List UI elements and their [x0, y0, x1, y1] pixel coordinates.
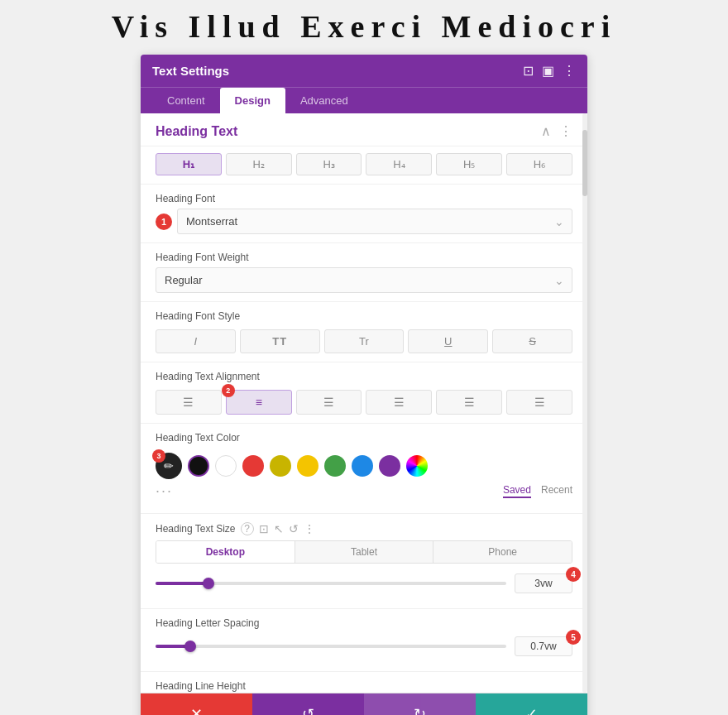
style-underline[interactable]: U: [408, 329, 488, 353]
h5-button[interactable]: H₅: [436, 153, 502, 175]
h2-button[interactable]: H₂: [226, 153, 292, 175]
align-center[interactable]: ≡ 2: [226, 390, 292, 415]
heading-font-style-group: Heading Font Style I TT Tr U S: [141, 304, 587, 360]
align-buttons: ☰ ≡ 2 ☰ ☰ ☰ ☰: [156, 386, 572, 415]
resp-tab-phone[interactable]: Phone: [433, 541, 572, 563]
style-strikethrough[interactable]: S: [492, 329, 572, 353]
heading-font-select-wrap: 1 Montserrat Arial Georgia ⌄: [156, 209, 572, 234]
color-purple[interactable]: [379, 455, 400, 477]
letter-spacing-slider-row: 5: [156, 633, 572, 663]
save-button[interactable]: ✓: [476, 693, 587, 715]
style-capitalize[interactable]: Tr: [324, 329, 405, 353]
heading-font-group: Heading Font 1 Montserrat Arial Georgia …: [141, 186, 587, 241]
text-size-slider-track[interactable]: [156, 582, 506, 585]
align-right2[interactable]: ☰: [506, 390, 572, 415]
badge-5: 5: [566, 630, 581, 645]
collapse-icon[interactable]: ∧: [541, 123, 551, 139]
letter-spacing-value-wrap: 5: [515, 636, 572, 656]
heading-text-alignment-group: Heading Text Alignment ☰ ≡ 2 ☰ ☰ ☰ ☰: [141, 364, 587, 421]
size-cursor-icon[interactable]: ↖: [274, 522, 284, 535]
recent-tab[interactable]: Recent: [541, 484, 572, 498]
h4-button[interactable]: H₄: [366, 153, 432, 175]
eyedropper-button[interactable]: ✏ 3: [156, 453, 182, 479]
style-uppercase[interactable]: TT: [240, 329, 320, 353]
heading-font-weight-select-wrap: Regular Bold Light ⌄: [156, 267, 572, 293]
scrollbar-thumb[interactable]: [582, 130, 587, 196]
section-header-icons: ∧ ⋮: [541, 123, 572, 139]
heading-text-alignment-label: Heading Text Alignment: [156, 371, 572, 382]
heading-font-select[interactable]: Montserrat Arial Georgia: [177, 209, 572, 234]
size-more-icon[interactable]: ⋮: [304, 522, 315, 535]
badge-4: 4: [566, 567, 581, 582]
heading-font-label: Heading Font: [156, 193, 572, 204]
h6-button[interactable]: H₆: [506, 153, 572, 175]
h1-button[interactable]: H₁: [156, 153, 222, 175]
heading-letter-spacing-label: Heading Letter Spacing: [156, 617, 572, 629]
text-settings-panel: Text Settings ⊡ ▣ ⋮ Content Design Advan…: [141, 55, 587, 715]
heading-font-weight-select[interactable]: Regular Bold Light: [156, 267, 572, 293]
align-justify[interactable]: ☰: [366, 390, 432, 415]
font-style-buttons: I TT Tr U S: [156, 326, 572, 353]
layout-icon[interactable]: ▣: [542, 63, 554, 79]
tab-advanced[interactable]: Advanced: [285, 88, 363, 113]
responsive-tabs: Desktop Tablet Phone: [156, 540, 572, 564]
redo-button[interactable]: ↻: [364, 693, 476, 715]
text-size-value-wrap: 4: [515, 573, 572, 593]
align-left[interactable]: ☰: [156, 390, 222, 415]
cancel-button[interactable]: ✕: [141, 693, 252, 715]
text-size-thumb[interactable]: [203, 578, 214, 589]
heading-line-height-group: Heading Line Height: [141, 674, 587, 693]
letter-spacing-input[interactable]: [515, 636, 572, 656]
letter-spacing-slider-track[interactable]: [156, 645, 506, 648]
tab-content[interactable]: Content: [152, 88, 220, 113]
heading-font-weight-group: Heading Font Weight Regular Bold Light ⌄: [141, 245, 587, 300]
tab-design[interactable]: Design: [220, 88, 285, 113]
color-black[interactable]: [188, 455, 209, 477]
bottom-bar: ✕ ↺ ↻ ✓: [141, 693, 587, 715]
color-red[interactable]: [242, 455, 264, 477]
text-size-slider-row: 4: [156, 570, 572, 600]
color-blue[interactable]: [352, 455, 373, 477]
style-italic[interactable]: I: [156, 329, 236, 353]
color-white[interactable]: [215, 455, 237, 477]
heading-letter-spacing-group: Heading Letter Spacing 5: [141, 611, 587, 669]
saved-tab[interactable]: Saved: [503, 484, 531, 498]
page-title: Vis Illud Exerci Mediocri: [112, 8, 617, 45]
color-yellow[interactable]: [297, 455, 318, 477]
heading-line-height-label: Heading Line Height: [156, 680, 572, 692]
color-green[interactable]: [324, 455, 346, 477]
heading-text-color-label: Heading Text Color: [156, 432, 572, 444]
text-size-input[interactable]: [515, 573, 572, 593]
align-right[interactable]: ☰: [296, 390, 362, 415]
heading-text-color-group: Heading Text Color ✏ 3: [141, 425, 587, 511]
heading-font-weight-label: Heading Font Weight: [156, 252, 572, 263]
h3-button[interactable]: H₃: [296, 153, 362, 175]
undo-button[interactable]: ↺: [252, 693, 364, 715]
resp-tab-tablet[interactable]: Tablet: [295, 541, 434, 563]
section-header: Heading Text ∧ ⋮: [141, 113, 587, 146]
heading-font-style-label: Heading Font Style: [156, 310, 572, 322]
more-dots[interactable]: ···: [156, 482, 173, 500]
menu-icon[interactable]: ⋮: [563, 63, 576, 79]
size-reset-icon[interactable]: ↺: [289, 522, 299, 535]
resp-tab-desktop[interactable]: Desktop: [156, 541, 295, 563]
responsive-icon[interactable]: ⊡: [523, 63, 534, 79]
panel-header: Text Settings ⊡ ▣ ⋮: [141, 55, 587, 87]
badge-1: 1: [156, 214, 172, 230]
heading-levels: H₁ H₂ H₃ H₄ H₅ H₆: [141, 146, 587, 182]
heading-text-size-label: Heading Text Size: [156, 523, 236, 535]
color-rainbow[interactable]: [406, 455, 428, 477]
heading-text-size-group: Heading Text Size ? ⊡ ↖ ↺ ⋮ Desktop Tabl…: [141, 516, 587, 607]
align-justify2[interactable]: ☰: [436, 390, 502, 415]
color-swatches-row: ✏ 3: [156, 448, 572, 479]
size-help-icon[interactable]: ?: [241, 522, 254, 535]
letter-spacing-thumb[interactable]: [184, 641, 196, 652]
size-label-row: Heading Text Size ? ⊡ ↖ ↺ ⋮: [156, 522, 572, 535]
badge-3: 3: [152, 449, 165, 463]
saved-recent-tabs: Saved Recent: [503, 484, 572, 498]
section-title: Heading Text: [156, 124, 237, 139]
tab-bar: Content Design Advanced: [141, 87, 587, 113]
size-responsive-icon[interactable]: ⊡: [259, 522, 269, 535]
section-menu-icon[interactable]: ⋮: [559, 123, 572, 139]
color-yellow-dark[interactable]: [270, 455, 291, 477]
